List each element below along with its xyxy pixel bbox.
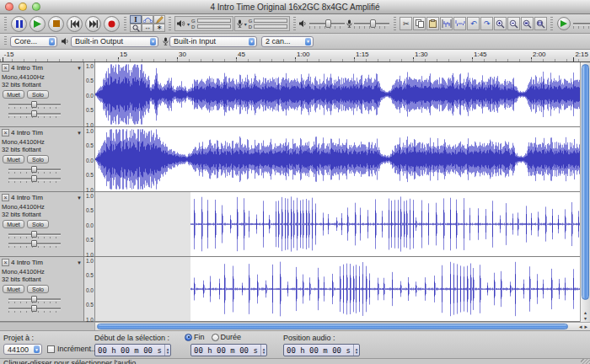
scroll-up-arrow-icon[interactable]: ▴ — [584, 310, 587, 315]
pause-button[interactable] — [11, 16, 27, 32]
amplitude-ruler[interactable]: 1.00.50.00.51.0 — [84, 192, 95, 256]
play-button[interactable] — [30, 16, 46, 32]
draw-tool-button[interactable] — [153, 15, 165, 24]
track-menu-button[interactable]: ▼ — [77, 131, 82, 136]
copy-button[interactable] — [413, 17, 426, 30]
undo-button[interactable]: ↶ — [467, 17, 480, 30]
forward-button[interactable] — [85, 16, 101, 32]
slider-thumb[interactable] — [31, 296, 37, 302]
solo-button[interactable]: Solo — [27, 285, 49, 293]
input-select[interactable]: Built-in Input▼ — [169, 36, 257, 47]
zoom-tool-button[interactable] — [130, 24, 142, 32]
time-spinner[interactable]: ▴▾ — [164, 345, 171, 356]
pan-slider[interactable] — [8, 304, 61, 313]
gain-slider[interactable] — [8, 165, 61, 174]
track-title[interactable]: 4 Intro Tim — [11, 194, 77, 201]
waveform-canvas[interactable] — [95, 257, 580, 321]
amplitude-ruler[interactable]: 1.00.50.00.51.0 — [84, 257, 95, 321]
track-close-button[interactable]: × — [2, 259, 9, 266]
toolbar-grip[interactable] — [124, 17, 126, 30]
hscroll-track[interactable]: ◂▸ — [95, 322, 590, 330]
slider-thumb[interactable] — [325, 19, 331, 28]
track-control-panel[interactable]: × 4 Intro Tim ▼ Mono,44100Hz 32 bits flo… — [0, 127, 84, 191]
vscroll-thumb[interactable] — [582, 64, 589, 300]
gain-slider[interactable] — [8, 100, 61, 109]
amplitude-ruler[interactable]: 1.00.50.00.51.0 — [84, 127, 95, 191]
fit-selection-button[interactable] — [521, 17, 534, 30]
timeline-ruler[interactable]: -151530451:001:151:301:452:002:15 — [0, 50, 590, 62]
input-volume-slider[interactable] — [353, 18, 390, 29]
track-menu-button[interactable]: ▼ — [77, 260, 82, 265]
slider-thumb[interactable] — [31, 166, 37, 173]
slider-thumb[interactable] — [370, 19, 376, 28]
selection-start-time[interactable]: 00 h 00 m 00 s▴▾ — [94, 344, 171, 356]
output-select[interactable]: Built-in Output▼ — [71, 36, 158, 47]
track-control-panel[interactable]: × 4 Intro Tim ▼ Mono,44100Hz 32 bits flo… — [0, 257, 84, 321]
time-spinner[interactable]: ▴▾ — [353, 345, 360, 356]
slider-thumb[interactable] — [31, 175, 37, 182]
time-spinner[interactable]: ▴▾ — [260, 345, 267, 356]
waveform-canvas[interactable] — [95, 62, 580, 126]
mute-button[interactable]: Muet — [3, 155, 24, 163]
timeshift-tool-button[interactable]: ↔ — [142, 24, 153, 32]
solo-button[interactable]: Solo — [27, 155, 49, 163]
silence-button[interactable] — [453, 17, 466, 30]
zoom-out-button[interactable] — [507, 17, 520, 30]
track-control-panel[interactable]: × 4 Intro Tim ▼ Mono,44100Hz 32 bits flo… — [0, 192, 84, 256]
end-radio[interactable]: Fin — [185, 333, 205, 341]
redo-button[interactable]: ↷ — [480, 17, 493, 30]
cut-button[interactable]: ✂ — [400, 17, 412, 30]
mute-button[interactable]: Muet — [3, 285, 24, 293]
snap-to-checkbox[interactable]: Incrément... — [47, 345, 98, 353]
track-menu-button[interactable]: ▼ — [77, 195, 82, 201]
pan-slider[interactable] — [8, 239, 61, 248]
paste-button[interactable] — [426, 17, 439, 30]
playback-meter[interactable]: ▾ GD — [174, 16, 233, 31]
track-title[interactable]: 4 Intro Tim — [11, 259, 77, 266]
slider-thumb[interactable] — [31, 305, 37, 312]
minimize-button[interactable] — [19, 3, 27, 11]
play-at-speed-button[interactable] — [557, 17, 571, 30]
close-button[interactable] — [5, 3, 13, 11]
zoom-in-button[interactable] — [494, 17, 507, 30]
toolbar-grip[interactable] — [394, 17, 396, 30]
track-close-button[interactable]: × — [2, 64, 9, 72]
record-button[interactable] — [104, 16, 120, 32]
slider-thumb[interactable] — [31, 101, 37, 108]
resize-grip-icon[interactable] — [581, 359, 590, 364]
solo-button[interactable]: Solo — [27, 220, 49, 228]
hscroll-thumb[interactable] — [97, 324, 568, 329]
pan-slider[interactable] — [8, 110, 61, 118]
mute-button[interactable]: Muet — [3, 90, 24, 99]
selection-end-time[interactable]: 00 h 00 m 00 s▴▾ — [190, 344, 267, 356]
channels-select[interactable]: 2 can...▼ — [261, 36, 314, 47]
multi-tool-button[interactable]: ∗ — [153, 24, 165, 32]
track-title[interactable]: 4 Intro Tim — [11, 129, 77, 136]
trim-button[interactable] — [440, 17, 453, 30]
meter-dropdown-icon[interactable]: ▾ — [187, 21, 190, 27]
fit-project-button[interactable] — [534, 17, 547, 30]
length-radio[interactable]: Durée — [212, 333, 242, 341]
vertical-scrollbar[interactable]: ▴▾ — [580, 62, 590, 322]
slider-thumb[interactable] — [31, 110, 37, 117]
gain-slider[interactable] — [8, 230, 61, 238]
waveform-canvas[interactable] — [95, 192, 580, 256]
waveform-canvas[interactable] — [95, 127, 580, 191]
slider-thumb[interactable] — [31, 231, 37, 238]
toolbar-grip[interactable] — [169, 17, 171, 30]
waveform-area[interactable] — [95, 257, 580, 321]
toolbar-grip[interactable] — [293, 17, 296, 30]
mute-button[interactable]: Muet — [3, 220, 24, 228]
toolbar-grip[interactable] — [4, 36, 7, 46]
toolbar-grip[interactable] — [4, 17, 7, 30]
selection-tool-button[interactable]: I — [130, 15, 142, 24]
track-close-button[interactable]: × — [2, 194, 9, 201]
track-menu-button[interactable]: ▼ — [77, 66, 82, 71]
output-volume-slider[interactable] — [308, 18, 346, 29]
pan-slider[interactable] — [8, 174, 61, 183]
toolbar-grip[interactable] — [550, 17, 553, 30]
track-title[interactable]: 4 Intro Tim — [11, 64, 77, 72]
solo-button[interactable]: Solo — [27, 90, 49, 99]
amplitude-ruler[interactable]: 1.00.50.00.51.0 — [84, 62, 95, 126]
meter-dropdown-icon[interactable]: ▾ — [244, 21, 247, 27]
